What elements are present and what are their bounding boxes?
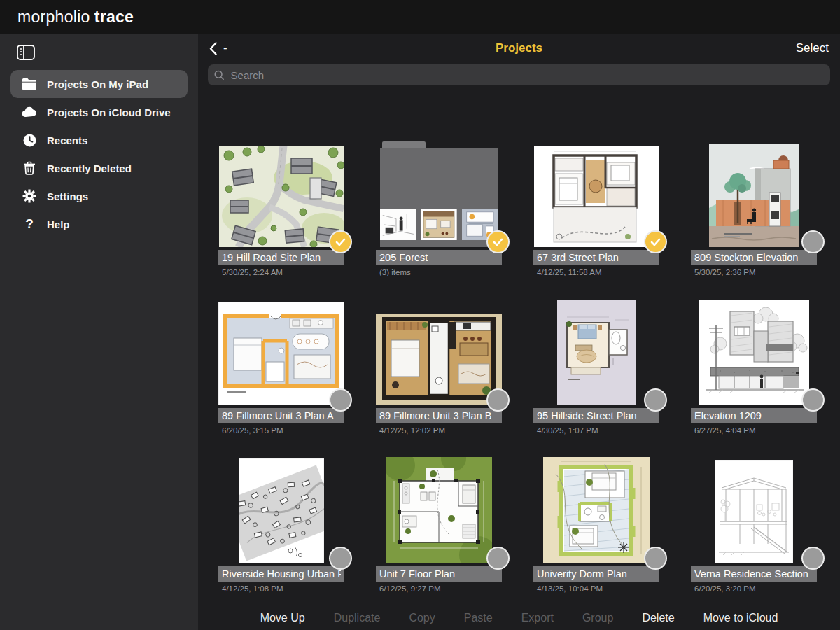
- selection-circle[interactable]: [486, 547, 510, 570]
- project-title-bar: Verna Residence Section: [691, 566, 817, 582]
- sidebar: Projects On My iPad Projects On iCloud D…: [0, 34, 198, 630]
- sidebar-toggle-icon[interactable]: [17, 45, 35, 60]
- project-title-bar: 89 Fillmore Unit 3 Plan B: [376, 408, 502, 424]
- clock-icon: [22, 134, 37, 147]
- project-title-bar: 19 Hill Road Site Plan: [218, 250, 344, 265]
- move-up-button[interactable]: Move Up: [260, 612, 305, 624]
- folder-mini-thumb-1: [380, 208, 416, 241]
- cloud-icon: [22, 106, 37, 119]
- folder-icon: [22, 78, 37, 91]
- project-meta: 4/12/25, 11:58 AM: [533, 268, 659, 276]
- project-card[interactable]: Riverside Housing Urban Plan 4/12/25, 1:…: [218, 457, 344, 615]
- project-meta: 6/12/25, 9:27 PM: [376, 584, 502, 593]
- sidebar-item-recently-deleted[interactable]: Recently Deleted: [10, 154, 188, 182]
- delete-button[interactable]: Delete: [642, 612, 674, 624]
- sidebar-item-recents[interactable]: Recents: [10, 126, 188, 154]
- page-title: Projects: [198, 41, 840, 55]
- sidebar-item-label: Recents: [47, 134, 88, 146]
- folder-body: [380, 148, 498, 247]
- project-card[interactable]: Verna Residence Section 6/20/25, 3:20 PM: [691, 457, 817, 615]
- project-thumbnail-elevation: [709, 144, 799, 247]
- question-icon: ?: [22, 218, 37, 231]
- folder-mini-thumb-2: [421, 208, 457, 241]
- selection-circle[interactable]: [329, 388, 352, 412]
- trash-icon: [22, 162, 37, 175]
- back-button[interactable]: -: [209, 41, 227, 55]
- project-thumbnail-floor-plan: [557, 300, 636, 405]
- main-content: - Projects Select: [198, 34, 840, 630]
- selection-circle[interactable]: [644, 388, 667, 412]
- selection-checkmark[interactable]: [644, 230, 667, 253]
- chevron-left-icon: [209, 42, 217, 55]
- select-button[interactable]: Select: [796, 41, 829, 55]
- project-meta: (3) items: [376, 268, 502, 276]
- project-card-folder[interactable]: 205 Forest (3) items: [376, 141, 502, 299]
- paste-button: Paste: [464, 612, 493, 624]
- top-bar: morpholiotrace: [0, 0, 840, 34]
- search-bar[interactable]: [208, 64, 830, 85]
- export-button: Export: [522, 612, 554, 624]
- project-meta: 4/13/25, 10:04 PM: [533, 584, 659, 593]
- copy-button: Copy: [409, 612, 435, 624]
- logo-trace: trace: [94, 8, 134, 26]
- project-thumbnail-floor-plan: [386, 457, 492, 564]
- header: - Projects Select: [198, 34, 840, 63]
- sidebar-item-label: Projects On iCloud Drive: [47, 106, 171, 118]
- project-thumbnail-site-plan: [219, 146, 344, 247]
- project-meta: 4/12/25, 12:02 PM: [376, 426, 502, 435]
- project-meta: 6/27/25, 4:04 PM: [691, 426, 817, 435]
- project-meta: 4/30/25, 1:07 PM: [533, 426, 659, 435]
- project-title-bar: Unit 7 Floor Plan: [376, 566, 502, 582]
- back-title: -: [223, 41, 227, 55]
- project-meta: 4/12/25, 1:08 PM: [218, 584, 344, 593]
- project-card[interactable]: 89 Fillmore Unit 3 Plan B 4/12/25, 12:02…: [376, 299, 502, 457]
- project-grid: 19 Hill Road Site Plan 5/30/25, 2:24 AM: [218, 141, 840, 615]
- project-card[interactable]: 19 Hill Road Site Plan 5/30/25, 2:24 AM: [218, 141, 344, 299]
- selection-circle[interactable]: [329, 547, 352, 570]
- project-title-bar: 89 Fillmore Unit 3 Plan A: [218, 408, 344, 424]
- sidebar-item-help[interactable]: ? Help: [10, 210, 188, 238]
- project-card[interactable]: Univerity Dorm Plan 4/13/25, 10:04 PM: [533, 457, 659, 615]
- project-title-bar: 205 Forest: [376, 250, 502, 265]
- project-thumbnail-floor-plan: [543, 457, 650, 564]
- selection-circle[interactable]: [802, 388, 825, 412]
- project-thumbnail-urban-plan: [239, 458, 324, 564]
- sidebar-item-projects-ipad[interactable]: Projects On My iPad: [10, 70, 188, 98]
- selection-checkmark[interactable]: [486, 230, 510, 253]
- project-card[interactable]: 809 Stockton Elevation 5/30/25, 2:36 PM: [691, 141, 817, 299]
- group-button: Group: [582, 612, 613, 624]
- sidebar-item-projects-icloud[interactable]: Projects On iCloud Drive: [10, 98, 188, 126]
- sidebar-item-settings[interactable]: Settings: [10, 182, 188, 210]
- project-thumbnail-floor-plan: [218, 302, 344, 405]
- project-title-bar: Elevation 1209: [691, 408, 817, 424]
- sidebar-item-label: Help: [47, 218, 70, 230]
- sidebar-item-label: Projects On My iPad: [47, 78, 148, 90]
- project-thumbnail-floor-plan: [534, 146, 659, 247]
- project-card[interactable]: Elevation 1209 6/27/25, 4:04 PM: [691, 299, 817, 457]
- selection-circle[interactable]: [802, 230, 825, 253]
- project-title-bar: 67 3rd Street Plan: [533, 250, 659, 265]
- gear-icon: [22, 190, 37, 203]
- search-icon: [214, 70, 225, 80]
- sidebar-item-label: Settings: [47, 190, 88, 202]
- project-title-bar: Riverside Housing Urban Plan: [218, 566, 344, 582]
- sidebar-item-label: Recently Deleted: [47, 162, 132, 174]
- folder-thumbnail: [380, 141, 498, 247]
- search-input[interactable]: [230, 69, 824, 82]
- project-card[interactable]: Unit 7 Floor Plan 6/12/25, 9:27 PM: [376, 457, 502, 615]
- project-meta: 5/30/25, 2:36 PM: [691, 268, 817, 276]
- project-meta: 6/20/25, 3:20 PM: [691, 584, 817, 593]
- project-title-bar: 95 Hillside Street Plan: [533, 408, 659, 424]
- project-card[interactable]: 95 Hillside Street Plan 4/30/25, 1:07 PM: [533, 299, 659, 457]
- project-card[interactable]: 89 Fillmore Unit 3 Plan A 6/20/25, 3:15 …: [218, 299, 344, 457]
- selection-circle[interactable]: [486, 388, 510, 412]
- move-to-icloud-button[interactable]: Move to iCloud: [704, 612, 778, 624]
- project-card[interactable]: 67 3rd Street Plan 4/12/25, 11:58 AM: [533, 141, 659, 299]
- project-thumbnail-floor-plan: [376, 314, 502, 405]
- project-thumbnail-section: [715, 460, 793, 564]
- selection-checkmark[interactable]: [329, 230, 352, 253]
- bottom-toolbar: Move Up Duplicate Copy Paste Export Grou…: [198, 612, 840, 624]
- project-title-bar: 809 Stockton Elevation: [691, 250, 817, 265]
- selection-circle[interactable]: [644, 547, 667, 570]
- selection-circle[interactable]: [802, 547, 825, 570]
